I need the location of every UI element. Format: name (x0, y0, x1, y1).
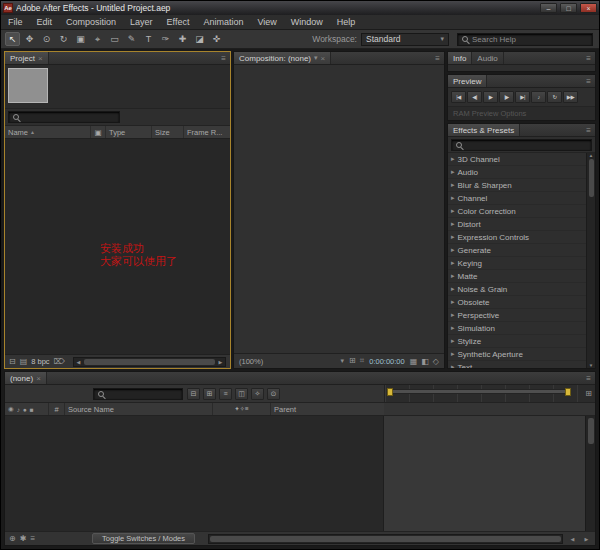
effect-category-row[interactable]: ▸ Simulation (448, 322, 586, 335)
trash-icon[interactable]: ⌦ (54, 357, 65, 366)
transport-button[interactable]: ▶| (515, 91, 530, 103)
timeline-view-option-icon[interactable]: ✧ (251, 388, 264, 400)
timeline-ruler[interactable]: ⊞ (384, 385, 595, 402)
effects-search-box[interactable] (451, 139, 592, 151)
effect-category-row[interactable]: ▸ Blur & Sharpen (448, 179, 586, 192)
scroll-left-icon[interactable]: ◀ (74, 359, 83, 365)
maximize-button[interactable]: □ (560, 3, 577, 13)
effect-category-row[interactable]: ▸ Audio (448, 166, 586, 179)
minimize-button[interactable]: – (540, 3, 557, 13)
scrollbar-thumb[interactable] (589, 159, 594, 197)
help-search-input[interactable] (472, 35, 592, 44)
expand-arrow-icon[interactable]: ▸ (451, 207, 455, 215)
scrollbar-thumb[interactable] (84, 359, 215, 365)
zoom-select[interactable]: (100%) (239, 357, 263, 366)
transport-button[interactable]: |▶ (499, 91, 514, 103)
expand-arrow-icon[interactable]: ▸ (451, 363, 455, 368)
expand-arrow-icon[interactable]: ▸ (451, 272, 455, 280)
track-lanes-area[interactable] (384, 416, 585, 531)
column-switches-icon[interactable]: ✦✧≡ (213, 403, 271, 415)
expand-arrow-icon[interactable]: ▸ (451, 350, 455, 358)
effect-category-row[interactable]: ▸ Stylize (448, 335, 586, 348)
expand-arrow-icon[interactable]: ▸ (451, 181, 455, 189)
tab-composition[interactable]: Composition: (none) ▾ × (234, 52, 331, 64)
effect-category-row[interactable]: ▸ Channel (448, 192, 586, 205)
menu-item[interactable]: Composition (59, 15, 123, 30)
comp-button-icon[interactable]: ⊞ (585, 389, 592, 398)
effect-category-row[interactable]: ▸ Generate (448, 244, 586, 257)
eye-icon[interactable]: ◉ (8, 405, 14, 413)
audio-icon[interactable]: ♪ (17, 406, 20, 413)
expand-arrow-icon[interactable]: ▸ (451, 155, 455, 163)
effect-category-row[interactable]: ▸ Synthetic Aperture (448, 348, 586, 361)
expand-arrow-icon[interactable]: ▸ (451, 259, 455, 267)
current-timecode[interactable]: 0:00:00:00 (369, 357, 404, 366)
interpret-footage-icon[interactable]: ⊟ (9, 357, 16, 366)
lock-icon[interactable]: ■ (30, 406, 34, 413)
effect-category-row[interactable]: ▸ Perspective (448, 309, 586, 322)
menu-item[interactable]: Layer (123, 15, 160, 30)
project-search-box[interactable] (8, 111, 120, 123)
effect-category-row[interactable]: ▸ 3D Channel (448, 153, 586, 166)
effect-category-row[interactable]: ▸ Expression Controls (448, 231, 586, 244)
timeline-view-option-icon[interactable]: ⊙ (267, 388, 280, 400)
expand-arrow-icon[interactable]: ▸ (451, 285, 455, 293)
tool-button[interactable]: ◪ (192, 32, 207, 46)
menu-item[interactable]: Animation (196, 15, 250, 30)
panel-menu-icon[interactable]: ≡ (582, 372, 595, 384)
effect-category-row[interactable]: ▸ Distort (448, 218, 586, 231)
transport-button[interactable]: ♪ (531, 91, 546, 103)
scroll-up-icon[interactable]: ▲ (589, 153, 593, 158)
column-parent[interactable]: Parent (271, 403, 384, 415)
tab-preview[interactable]: Preview (448, 75, 487, 87)
viewport-option-icon[interactable]: ▦ (410, 357, 418, 366)
panel-menu-icon[interactable]: ≡ (582, 75, 595, 87)
effects-vertical-scrollbar[interactable]: ▲ ▼ (586, 153, 595, 368)
expand-arrow-icon[interactable]: ▸ (451, 298, 455, 306)
column-type[interactable]: Type (106, 126, 152, 138)
expand-arrow-icon[interactable]: ▸ (451, 246, 455, 254)
effect-category-row[interactable]: ▸ Color Correction (448, 205, 586, 218)
timeline-footer-icon[interactable]: ≡ (30, 534, 35, 543)
transport-button[interactable]: ↻ (547, 91, 562, 103)
help-search-box[interactable] (457, 33, 593, 46)
menu-item[interactable]: Edit (30, 15, 60, 30)
tab-timeline-none[interactable]: (none) × (5, 372, 47, 384)
transport-button[interactable]: |◀ (451, 91, 466, 103)
panel-menu-icon[interactable]: ≡ (217, 52, 230, 64)
effect-category-row[interactable]: ▸ Matte (448, 270, 586, 283)
expand-arrow-icon[interactable]: ▸ (451, 220, 455, 228)
composition-viewport[interactable] (234, 65, 444, 353)
project-horizontal-scrollbar[interactable]: ◀ ▶ (73, 357, 226, 367)
scrollbar-thumb[interactable] (588, 418, 594, 444)
effect-category-row[interactable]: ▸ Noise & Grain (448, 283, 586, 296)
scroll-right-icon[interactable]: ▶ (582, 536, 591, 542)
tab-close-icon[interactable]: × (36, 374, 41, 383)
new-folder-icon[interactable]: ▤ (20, 357, 28, 366)
project-search-input[interactable] (23, 113, 119, 122)
tool-button[interactable]: ✎ (124, 32, 139, 46)
effects-search-input[interactable] (466, 140, 591, 149)
tab-audio[interactable]: Audio (472, 52, 503, 64)
expand-arrow-icon[interactable]: ▸ (451, 324, 455, 332)
scrollbar-thumb[interactable] (210, 536, 561, 542)
tool-button[interactable]: ▭ (107, 32, 122, 46)
timeline-horizontal-scrollbar[interactable] (208, 534, 563, 544)
timeline-view-option-icon[interactable]: ≡ (219, 388, 232, 400)
layer-list-area[interactable] (5, 416, 384, 531)
scroll-left-icon[interactable]: ◀ (568, 536, 577, 542)
solo-icon[interactable]: ● (23, 406, 27, 413)
tab-close-icon[interactable]: × (321, 54, 326, 63)
timeline-vertical-scrollbar[interactable] (585, 416, 595, 531)
expand-arrow-icon[interactable]: ▸ (451, 311, 455, 319)
scroll-right-icon[interactable]: ▶ (216, 359, 225, 365)
effect-category-row[interactable]: ▸ Keying (448, 257, 586, 270)
column-layer-number[interactable]: # (49, 403, 65, 415)
viewport-option-icon[interactable]: ⌗ (360, 356, 365, 366)
work-area-bar[interactable] (389, 389, 569, 394)
tool-button[interactable]: ✑ (158, 32, 173, 46)
menu-item[interactable]: Window (284, 15, 330, 30)
project-items-list[interactable]: 安装成功大家可以使用了 (5, 139, 230, 354)
column-name[interactable]: Name ▲ (5, 126, 91, 138)
work-area-start-handle[interactable] (387, 388, 393, 396)
